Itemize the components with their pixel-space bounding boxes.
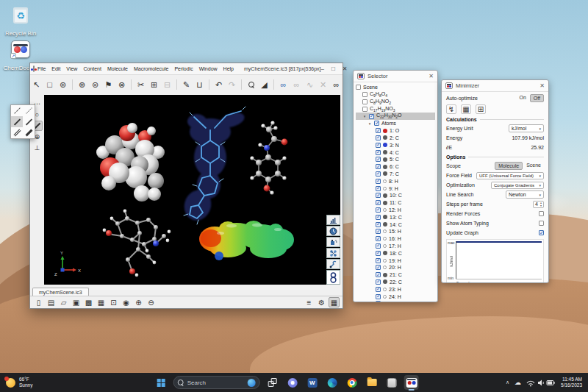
tree-item-atom[interactable]: 20: H xyxy=(356,264,435,271)
graph-chart-button[interactable] xyxy=(326,215,340,225)
undo-button[interactable]: ↶ xyxy=(212,79,225,91)
search-box[interactable]: Search xyxy=(173,376,260,389)
tray-status-icons[interactable] xyxy=(526,379,556,387)
menu-molecule[interactable]: Molecule xyxy=(104,66,131,71)
scope-molecule[interactable]: Molecule xyxy=(495,162,523,170)
render-forces-checkbox[interactable] xyxy=(539,211,544,216)
tree-item-molecule[interactable]: C9H8O4 xyxy=(356,91,435,99)
tree-item-atom[interactable]: 12: H xyxy=(356,207,435,214)
molecule-checkbox[interactable] xyxy=(362,99,368,104)
probe-hook-button[interactable] xyxy=(326,259,340,269)
energy-unit-select[interactable]: kJ/mol▾ xyxy=(509,124,544,132)
molecule-checkbox[interactable] xyxy=(362,107,368,112)
atom-checkbox[interactable] xyxy=(376,164,381,169)
atom-checkbox[interactable] xyxy=(376,301,381,302)
atom-checkbox[interactable] xyxy=(376,150,381,155)
force-field-select[interactable]: UFF (Universal Force Field)▾ xyxy=(476,172,544,179)
tree-item-molecule[interactable]: C8H9NO2 xyxy=(356,99,435,106)
glasses-3d-button[interactable]: ∞ xyxy=(330,79,343,91)
task-view-button[interactable] xyxy=(265,375,280,390)
atoms-checkbox[interactable] xyxy=(374,121,379,126)
atom-checkbox[interactable] xyxy=(376,258,381,263)
collapse-arrow-icon[interactable]: ▾ xyxy=(368,121,372,126)
open-folder-button[interactable]: ▱ xyxy=(58,297,69,307)
weather-widget[interactable]: 66°FSunny xyxy=(0,377,38,388)
tree-item-atom[interactable]: 6: C xyxy=(356,163,435,171)
auto-optimize-on[interactable]: On xyxy=(516,94,528,102)
onedrive-cloud-icon[interactable]: ☁ xyxy=(514,379,521,386)
tree-item-molecule[interactable]: C17H19NO3 xyxy=(356,105,435,113)
atom-checkbox[interactable] xyxy=(376,135,381,140)
tree-item-atom[interactable]: 5: C xyxy=(356,156,435,163)
zoom-in-button[interactable]: ⊕ xyxy=(133,297,144,307)
atom-ring-button[interactable]: ⊚ xyxy=(89,79,101,91)
update-graph-checkbox[interactable] xyxy=(539,230,544,235)
tree-item-atom[interactable]: 17: H xyxy=(356,243,435,250)
close-icon[interactable]: ✕ xyxy=(429,73,434,79)
spray-tool-button[interactable] xyxy=(326,237,340,247)
menu-content[interactable]: Content xyxy=(80,66,104,71)
tree-item-atom[interactable]: 21: C xyxy=(356,271,435,279)
atom-checkbox[interactable] xyxy=(376,222,381,227)
atom-checkbox[interactable] xyxy=(376,265,381,270)
atom-checkbox[interactable] xyxy=(376,193,381,198)
zoom-out-button[interactable]: ⊖ xyxy=(146,297,157,307)
center-view-button[interactable]: ⊕ xyxy=(76,79,88,91)
menu-macromolecule[interactable]: Macromolecule xyxy=(131,66,171,71)
atom-checkbox[interactable] xyxy=(376,229,381,234)
save-as-button[interactable]: ▩ xyxy=(83,297,94,307)
teams-chat-button[interactable] xyxy=(285,375,300,390)
tree-item-atom[interactable]: 3: N xyxy=(356,141,435,149)
menu-window[interactable]: Window xyxy=(196,66,220,71)
atom-checkbox[interactable] xyxy=(376,200,381,205)
save-button[interactable]: ▣ xyxy=(71,297,82,307)
atom-checkbox[interactable] xyxy=(376,236,381,241)
tree-item-atom[interactable]: 4: C xyxy=(356,149,435,156)
menu-view[interactable]: View xyxy=(63,66,80,71)
molecule-viewport[interactable]: YXZ xyxy=(44,95,340,285)
chemdoodle-3d-button[interactable] xyxy=(404,375,419,390)
steps-stepper[interactable]: 4▴▾ xyxy=(533,201,544,208)
atom-checkbox[interactable] xyxy=(376,251,381,256)
scope-scene[interactable]: Scene xyxy=(523,162,544,170)
marquee-select-button[interactable]: □ xyxy=(43,79,56,91)
scene-tab[interactable]: myChemScene.ic3 xyxy=(32,288,89,296)
tree-item-atom[interactable]: 11: C xyxy=(356,199,435,207)
tree-item-atom[interactable]: 22: C xyxy=(356,279,435,286)
word-button[interactable]: W xyxy=(305,375,320,390)
tree-item-atom[interactable]: 2: C xyxy=(356,135,435,142)
tree-item-atom[interactable]: 23: H xyxy=(356,285,435,293)
file-explorer-button[interactable] xyxy=(365,375,379,390)
highlighter-button[interactable]: ✎ xyxy=(180,79,193,91)
hourglass-8-button[interactable] xyxy=(326,270,340,285)
force-net-button[interactable]: ▦ xyxy=(461,104,471,114)
molecule-tool-button[interactable] xyxy=(326,248,340,258)
tree-item-scene[interactable]: Scene xyxy=(356,84,435,91)
menu-help[interactable]: Help xyxy=(220,66,237,71)
eraser-jar-button[interactable]: ⊔ xyxy=(193,79,206,91)
start-button[interactable] xyxy=(154,375,168,390)
lamp-tool-button[interactable]: ⚑ xyxy=(102,79,115,91)
close-icon[interactable]: ✕ xyxy=(539,82,545,89)
tree-item-atom[interactable]: 18: C xyxy=(356,249,435,257)
tree-item-atom[interactable]: 10: C xyxy=(356,192,435,199)
bond-style-dash1[interactable] xyxy=(11,105,23,116)
close-button[interactable]: ✕ xyxy=(343,65,348,72)
bond-style-solid[interactable] xyxy=(11,116,23,127)
print-preview-button[interactable]: ⊡ xyxy=(108,297,119,307)
bond-style-dash2[interactable] xyxy=(23,116,35,127)
atom-checkbox[interactable] xyxy=(376,186,381,191)
atom-checkbox[interactable] xyxy=(376,171,381,177)
rotate-molecule-button[interactable]: ⊛ xyxy=(57,79,69,91)
expand-view-button[interactable]: ⊞ xyxy=(476,104,486,114)
tree-item-atom[interactable]: 13: C xyxy=(356,213,435,221)
atom-checkbox[interactable] xyxy=(376,157,381,162)
bond-style-dbl[interactable] xyxy=(11,127,23,138)
atom-checkbox[interactable] xyxy=(376,272,381,277)
line-search-select[interactable]: Newton▾ xyxy=(506,190,544,199)
atom-checkbox[interactable] xyxy=(376,179,381,184)
tray-clock[interactable]: 11:45 AM 5/16/2023 xyxy=(561,377,582,389)
atom-checkbox[interactable] xyxy=(376,143,381,148)
show-atom-typing-checkbox[interactable] xyxy=(539,221,544,226)
minimize-button[interactable]: – xyxy=(321,65,324,72)
